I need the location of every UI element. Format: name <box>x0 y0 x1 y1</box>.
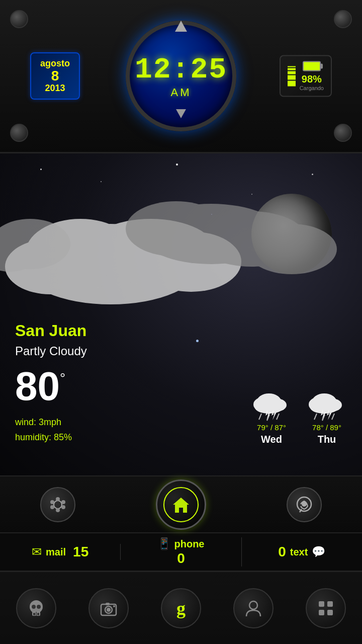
date-panel: agosto 8 2013 <box>30 52 80 100</box>
mail-count: 15 <box>73 544 88 560</box>
svg-point-52 <box>113 605 115 607</box>
svg-rect-51 <box>106 603 110 605</box>
temperature-unit: ° <box>60 370 65 386</box>
svg-rect-41 <box>33 613 35 615</box>
battery-panel: 98% Cargando <box>280 55 332 97</box>
home-button[interactable] <box>156 479 206 530</box>
mail-status[interactable]: ✉ mail 15 <box>0 544 121 560</box>
forecast-thu-icon <box>307 388 347 423</box>
battery-icon <box>303 61 321 71</box>
google-icon: g <box>176 598 186 619</box>
svg-point-38 <box>302 502 307 507</box>
svg-line-17 <box>259 414 261 420</box>
svg-rect-57 <box>327 610 333 615</box>
svg-rect-54 <box>319 601 324 607</box>
date-day: 8 <box>40 69 70 83</box>
battery-label: Cargando <box>300 85 324 91</box>
forecast-area: 79° / 87° Wed 78° <box>251 388 347 445</box>
forecast-thu-label: Thu <box>307 434 347 445</box>
phone-status[interactable]: 📱 phone 0 <box>121 537 241 567</box>
phone-count: 0 <box>177 550 185 567</box>
text-label: text <box>290 546 308 558</box>
svg-point-29 <box>54 501 62 509</box>
signal-bar-2 <box>288 68 296 70</box>
svg-point-30 <box>56 497 60 501</box>
star <box>176 164 178 166</box>
star <box>40 169 42 170</box>
text-count: 0 <box>278 544 286 560</box>
clock-triangle-top <box>175 21 187 32</box>
svg-point-44 <box>37 605 41 609</box>
signal-bar-4 <box>288 75 296 80</box>
date-month: agosto <box>40 58 70 69</box>
phone-icon: 📱 <box>157 537 171 550</box>
svg-point-31 <box>61 500 65 504</box>
forecast-thu: 78° / 89° Thu <box>307 388 347 445</box>
svg-rect-42 <box>37 613 39 615</box>
svg-point-53 <box>249 601 257 609</box>
forecast-thu-temps: 78° / 89° <box>307 423 347 432</box>
home-button-inner <box>163 487 199 522</box>
clock-time: 12:25 <box>135 53 227 86</box>
screw-tr <box>334 10 352 28</box>
date-year: 2013 <box>40 83 70 94</box>
clock-triangle-bottom <box>176 109 186 118</box>
battery-percent: 98% <box>300 73 324 85</box>
nav-bar <box>0 475 362 533</box>
svg-point-50 <box>107 608 111 612</box>
svg-point-23 <box>310 401 338 414</box>
mail-label: mail <box>46 546 66 558</box>
svg-point-34 <box>50 505 54 509</box>
forecast-wed-label: Wed <box>251 434 292 445</box>
text-status[interactable]: 0 text 💬 <box>242 544 362 560</box>
svg-line-18 <box>277 414 279 420</box>
whatsapp-button[interactable] <box>287 487 322 522</box>
svg-marker-36 <box>173 498 189 513</box>
signal-bar-1 <box>288 66 296 67</box>
phone-row: 📱 phone <box>157 537 204 550</box>
apps-button[interactable] <box>40 487 75 522</box>
clouds-overlay <box>0 174 362 314</box>
battery-info: 98% Cargando <box>300 61 324 91</box>
weather-description: Partly Cloudy <box>15 344 347 358</box>
forecast-wed-temps: 79° / 87° <box>251 423 292 432</box>
svg-point-33 <box>56 508 60 512</box>
svg-point-8 <box>246 224 337 274</box>
weather-section: San Juan Partly Cloudy 80 ° wind: 3mph h… <box>0 153 362 475</box>
screw-tl <box>10 10 28 28</box>
signal-bars <box>288 66 296 86</box>
temperature-main: 80 <box>15 366 60 407</box>
phone-label: phone <box>174 538 204 550</box>
signal-bar-3 <box>288 71 296 74</box>
google-button[interactable]: g <box>161 588 201 628</box>
clock-ampm: AM <box>171 86 192 99</box>
svg-point-43 <box>32 605 36 609</box>
clock-circle: 12:25 AM <box>126 21 236 131</box>
top-clock-bar: agosto 8 2013 12:25 AM 98% Cargando <box>0 0 362 153</box>
skull-button[interactable] <box>16 588 56 628</box>
svg-point-32 <box>61 505 65 509</box>
forecast-wed: 79° / 87° Wed <box>251 388 292 445</box>
status-bar: ✉ mail 15 📱 phone 0 0 text 💬 <box>0 533 362 571</box>
bottom-dock: g <box>0 571 362 644</box>
grid-button[interactable] <box>306 588 346 628</box>
svg-rect-55 <box>327 601 333 607</box>
camera-button[interactable] <box>88 588 129 628</box>
svg-point-35 <box>50 500 54 504</box>
text-icon: 💬 <box>312 545 325 558</box>
svg-point-39 <box>30 600 43 613</box>
screw-br <box>334 124 352 142</box>
person-button[interactable] <box>233 588 274 628</box>
city-name: San Juan <box>15 321 347 340</box>
svg-line-27 <box>332 414 334 420</box>
svg-rect-56 <box>319 610 324 615</box>
mail-icon: ✉ <box>32 545 42 559</box>
svg-point-14 <box>255 401 283 414</box>
svg-line-26 <box>314 414 317 420</box>
forecast-wed-icon <box>251 388 292 423</box>
screw-bl <box>10 124 28 142</box>
signal-bar-5 <box>288 80 296 86</box>
